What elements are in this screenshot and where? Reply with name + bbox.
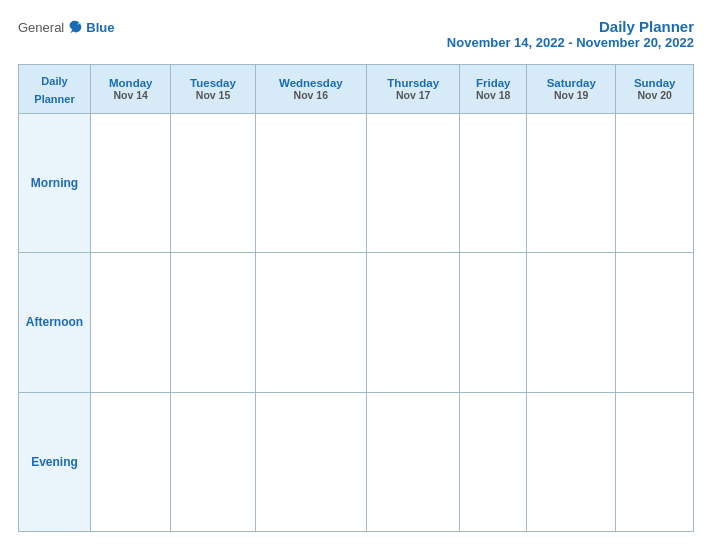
thursday-date: Nov 17 xyxy=(371,89,455,101)
saturday-date: Nov 19 xyxy=(531,89,611,101)
evening-sunday[interactable] xyxy=(616,392,694,531)
afternoon-label: Afternoon xyxy=(19,253,91,392)
evening-wednesday[interactable] xyxy=(255,392,367,531)
morning-thursday[interactable] xyxy=(367,114,460,253)
evening-monday[interactable] xyxy=(91,392,171,531)
morning-tuesday[interactable] xyxy=(171,114,255,253)
afternoon-friday[interactable] xyxy=(460,253,527,392)
afternoon-monday[interactable] xyxy=(91,253,171,392)
afternoon-row: Afternoon xyxy=(19,253,694,392)
evening-friday[interactable] xyxy=(460,392,527,531)
afternoon-thursday[interactable] xyxy=(367,253,460,392)
thursday-name: Thursday xyxy=(371,77,455,89)
col-header-monday: Monday Nov 14 xyxy=(91,65,171,114)
afternoon-saturday[interactable] xyxy=(527,253,616,392)
evening-saturday[interactable] xyxy=(527,392,616,531)
header-row: Daily Planner Monday Nov 14 Tuesday Nov … xyxy=(19,65,694,114)
afternoon-wednesday[interactable] xyxy=(255,253,367,392)
evening-tuesday[interactable] xyxy=(171,392,255,531)
logo-bird-icon xyxy=(66,18,84,36)
col-header-sunday: Sunday Nov 20 xyxy=(616,65,694,114)
col-header-wednesday: Wednesday Nov 16 xyxy=(255,65,367,114)
col-header-saturday: Saturday Nov 19 xyxy=(527,65,616,114)
tuesday-date: Nov 15 xyxy=(175,89,250,101)
col-header-friday: Friday Nov 18 xyxy=(460,65,527,114)
tuesday-name: Tuesday xyxy=(175,77,250,89)
logo-blue-text: Blue xyxy=(86,20,114,35)
saturday-name: Saturday xyxy=(531,77,611,89)
morning-friday[interactable] xyxy=(460,114,527,253)
afternoon-sunday[interactable] xyxy=(616,253,694,392)
header: General Blue Daily Planner November 14, … xyxy=(18,18,694,50)
page: General Blue Daily Planner November 14, … xyxy=(0,0,712,550)
title-area: Daily Planner November 14, 2022 - Novemb… xyxy=(447,18,694,50)
wednesday-date: Nov 16 xyxy=(260,89,363,101)
logo-general-text: General xyxy=(18,20,64,35)
morning-wednesday[interactable] xyxy=(255,114,367,253)
evening-row: Evening xyxy=(19,392,694,531)
logo-area: General Blue xyxy=(18,18,114,36)
daily-planner-header-text: Daily xyxy=(41,75,67,87)
afternoon-tuesday[interactable] xyxy=(171,253,255,392)
evening-thursday[interactable] xyxy=(367,392,460,531)
daily-planner-header-text2: Planner xyxy=(34,93,74,105)
morning-row: Morning xyxy=(19,114,694,253)
date-range: November 14, 2022 - November 20, 2022 xyxy=(447,35,694,50)
sunday-name: Sunday xyxy=(620,77,689,89)
col-header-daily-planner: Daily Planner xyxy=(19,65,91,114)
monday-date: Nov 14 xyxy=(95,89,166,101)
evening-label: Evening xyxy=(19,392,91,531)
wednesday-name: Wednesday xyxy=(260,77,363,89)
planner-title: Daily Planner xyxy=(447,18,694,35)
logo-text: General Blue xyxy=(18,18,114,36)
calendar-table: Daily Planner Monday Nov 14 Tuesday Nov … xyxy=(18,64,694,532)
col-header-tuesday: Tuesday Nov 15 xyxy=(171,65,255,114)
col-header-thursday: Thursday Nov 17 xyxy=(367,65,460,114)
monday-name: Monday xyxy=(95,77,166,89)
morning-saturday[interactable] xyxy=(527,114,616,253)
morning-monday[interactable] xyxy=(91,114,171,253)
sunday-date: Nov 20 xyxy=(620,89,689,101)
friday-name: Friday xyxy=(464,77,522,89)
morning-label: Morning xyxy=(19,114,91,253)
friday-date: Nov 18 xyxy=(464,89,522,101)
morning-sunday[interactable] xyxy=(616,114,694,253)
